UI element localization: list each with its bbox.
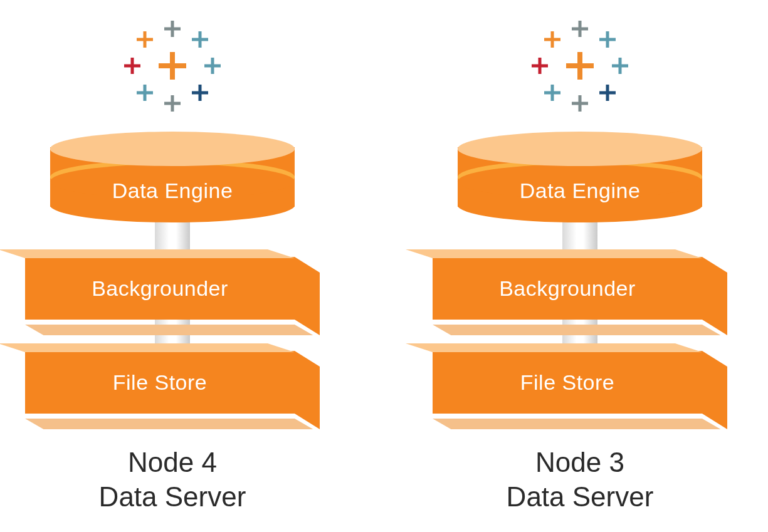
diagram-canvas: Data Engine Backgrounder File Store Node… [0, 0, 768, 532]
node3-stack: Data Engine Backgrounder File Store Node… [433, 125, 727, 439]
backgrounder-label: Backgrounder [433, 257, 702, 320]
backgrounder-slab: Backgrounder [433, 257, 727, 332]
data-engine-disk: Data Engine [50, 132, 295, 226]
node4: Data Engine Backgrounder File Store Node… [25, 13, 320, 439]
node3-title: Node 3 [535, 447, 624, 477]
backgrounder-label: Backgrounder [25, 257, 295, 320]
data-engine-label: Data Engine [50, 179, 295, 203]
file-store-slab: File Store [433, 351, 727, 426]
tableau-logo-icon [110, 13, 235, 119]
backgrounder-slab: Backgrounder [25, 257, 320, 332]
node3-caption: Node 3 Data Server [433, 445, 727, 514]
node4-subtitle: Data Server [99, 481, 246, 512]
node4-stack: Data Engine Backgrounder File Store Node… [25, 125, 320, 439]
file-store-label: File Store [25, 351, 295, 414]
node4-caption: Node 4 Data Server [25, 445, 320, 514]
node3: Data Engine Backgrounder File Store Node… [433, 13, 727, 439]
data-engine-disk: Data Engine [458, 132, 702, 226]
data-engine-label: Data Engine [458, 179, 702, 203]
file-store-label: File Store [433, 351, 702, 414]
node3-subtitle: Data Server [507, 481, 654, 512]
tableau-logo-icon [517, 13, 643, 119]
file-store-slab: File Store [25, 351, 320, 426]
node4-title: Node 4 [128, 447, 217, 477]
